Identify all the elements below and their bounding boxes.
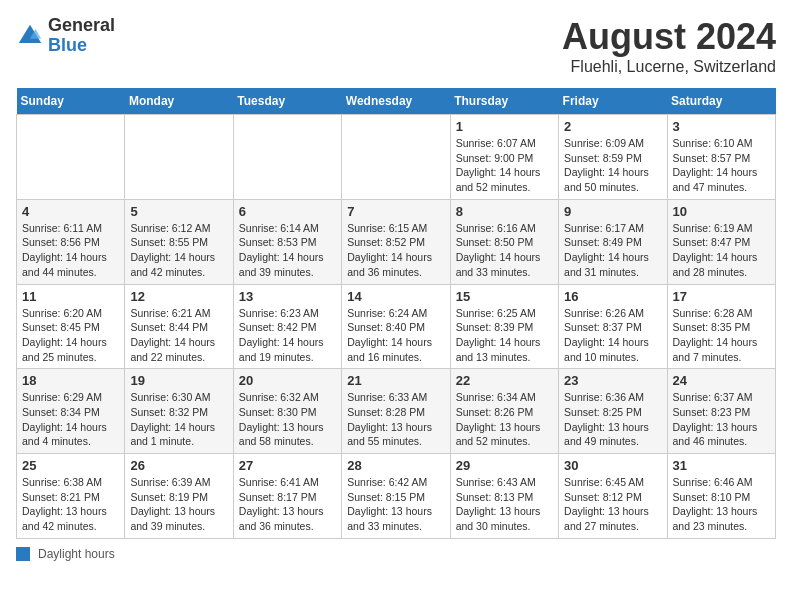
day-number: 11: [22, 289, 119, 304]
day-number: 3: [673, 119, 770, 134]
calendar-week-2: 4Sunrise: 6:11 AM Sunset: 8:56 PM Daylig…: [17, 199, 776, 284]
day-info: Sunrise: 6:39 AM Sunset: 8:19 PM Dayligh…: [130, 475, 227, 534]
day-info: Sunrise: 6:30 AM Sunset: 8:32 PM Dayligh…: [130, 390, 227, 449]
legend-label: Daylight hours: [38, 547, 115, 561]
calendar-cell: 24Sunrise: 6:37 AM Sunset: 8:23 PM Dayli…: [667, 369, 775, 454]
day-number: 28: [347, 458, 444, 473]
header-monday: Monday: [125, 88, 233, 115]
calendar-cell: 31Sunrise: 6:46 AM Sunset: 8:10 PM Dayli…: [667, 454, 775, 539]
calendar-cell: 23Sunrise: 6:36 AM Sunset: 8:25 PM Dayli…: [559, 369, 667, 454]
calendar-cell: 30Sunrise: 6:45 AM Sunset: 8:12 PM Dayli…: [559, 454, 667, 539]
day-info: Sunrise: 6:43 AM Sunset: 8:13 PM Dayligh…: [456, 475, 553, 534]
day-info: Sunrise: 6:45 AM Sunset: 8:12 PM Dayligh…: [564, 475, 661, 534]
day-info: Sunrise: 6:37 AM Sunset: 8:23 PM Dayligh…: [673, 390, 770, 449]
day-number: 14: [347, 289, 444, 304]
header-thursday: Thursday: [450, 88, 558, 115]
day-number: 24: [673, 373, 770, 388]
header-wednesday: Wednesday: [342, 88, 450, 115]
weekday-header-row: Sunday Monday Tuesday Wednesday Thursday…: [17, 88, 776, 115]
day-number: 9: [564, 204, 661, 219]
day-number: 19: [130, 373, 227, 388]
calendar-cell: 6Sunrise: 6:14 AM Sunset: 8:53 PM Daylig…: [233, 199, 341, 284]
day-number: 7: [347, 204, 444, 219]
calendar-cell: 25Sunrise: 6:38 AM Sunset: 8:21 PM Dayli…: [17, 454, 125, 539]
day-number: 23: [564, 373, 661, 388]
day-info: Sunrise: 6:42 AM Sunset: 8:15 PM Dayligh…: [347, 475, 444, 534]
day-info: Sunrise: 6:21 AM Sunset: 8:44 PM Dayligh…: [130, 306, 227, 365]
day-number: 15: [456, 289, 553, 304]
calendar-cell: 1Sunrise: 6:07 AM Sunset: 9:00 PM Daylig…: [450, 115, 558, 200]
day-number: 6: [239, 204, 336, 219]
calendar-cell: 18Sunrise: 6:29 AM Sunset: 8:34 PM Dayli…: [17, 369, 125, 454]
calendar-cell: 5Sunrise: 6:12 AM Sunset: 8:55 PM Daylig…: [125, 199, 233, 284]
day-info: Sunrise: 6:23 AM Sunset: 8:42 PM Dayligh…: [239, 306, 336, 365]
logo-text: General Blue: [48, 16, 115, 56]
day-number: 18: [22, 373, 119, 388]
day-info: Sunrise: 6:26 AM Sunset: 8:37 PM Dayligh…: [564, 306, 661, 365]
month-year-title: August 2024: [562, 16, 776, 58]
day-number: 10: [673, 204, 770, 219]
calendar-cell: 20Sunrise: 6:32 AM Sunset: 8:30 PM Dayli…: [233, 369, 341, 454]
day-info: Sunrise: 6:20 AM Sunset: 8:45 PM Dayligh…: [22, 306, 119, 365]
logo-general-text: General: [48, 16, 115, 36]
calendar-week-5: 25Sunrise: 6:38 AM Sunset: 8:21 PM Dayli…: [17, 454, 776, 539]
calendar-cell: [342, 115, 450, 200]
calendar-cell: 26Sunrise: 6:39 AM Sunset: 8:19 PM Dayli…: [125, 454, 233, 539]
header-sunday: Sunday: [17, 88, 125, 115]
calendar-week-3: 11Sunrise: 6:20 AM Sunset: 8:45 PM Dayli…: [17, 284, 776, 369]
calendar-cell: 8Sunrise: 6:16 AM Sunset: 8:50 PM Daylig…: [450, 199, 558, 284]
calendar-cell: [17, 115, 125, 200]
day-number: 21: [347, 373, 444, 388]
day-number: 20: [239, 373, 336, 388]
day-info: Sunrise: 6:29 AM Sunset: 8:34 PM Dayligh…: [22, 390, 119, 449]
day-info: Sunrise: 6:28 AM Sunset: 8:35 PM Dayligh…: [673, 306, 770, 365]
calendar-cell: [233, 115, 341, 200]
calendar-cell: 3Sunrise: 6:10 AM Sunset: 8:57 PM Daylig…: [667, 115, 775, 200]
calendar-week-4: 18Sunrise: 6:29 AM Sunset: 8:34 PM Dayli…: [17, 369, 776, 454]
day-number: 5: [130, 204, 227, 219]
calendar-cell: 14Sunrise: 6:24 AM Sunset: 8:40 PM Dayli…: [342, 284, 450, 369]
calendar-cell: 11Sunrise: 6:20 AM Sunset: 8:45 PM Dayli…: [17, 284, 125, 369]
header-friday: Friday: [559, 88, 667, 115]
day-number: 12: [130, 289, 227, 304]
day-info: Sunrise: 6:33 AM Sunset: 8:28 PM Dayligh…: [347, 390, 444, 449]
day-number: 16: [564, 289, 661, 304]
calendar-table: Sunday Monday Tuesday Wednesday Thursday…: [16, 88, 776, 539]
day-number: 4: [22, 204, 119, 219]
day-info: Sunrise: 6:14 AM Sunset: 8:53 PM Dayligh…: [239, 221, 336, 280]
legend: Daylight hours: [16, 547, 776, 561]
calendar-cell: 16Sunrise: 6:26 AM Sunset: 8:37 PM Dayli…: [559, 284, 667, 369]
day-info: Sunrise: 6:09 AM Sunset: 8:59 PM Dayligh…: [564, 136, 661, 195]
day-number: 30: [564, 458, 661, 473]
day-number: 27: [239, 458, 336, 473]
day-number: 2: [564, 119, 661, 134]
day-number: 1: [456, 119, 553, 134]
day-number: 17: [673, 289, 770, 304]
logo-icon: [16, 22, 44, 50]
day-info: Sunrise: 6:19 AM Sunset: 8:47 PM Dayligh…: [673, 221, 770, 280]
day-info: Sunrise: 6:07 AM Sunset: 9:00 PM Dayligh…: [456, 136, 553, 195]
day-info: Sunrise: 6:32 AM Sunset: 8:30 PM Dayligh…: [239, 390, 336, 449]
title-area: August 2024 Fluehli, Lucerne, Switzerlan…: [562, 16, 776, 76]
day-info: Sunrise: 6:41 AM Sunset: 8:17 PM Dayligh…: [239, 475, 336, 534]
day-info: Sunrise: 6:10 AM Sunset: 8:57 PM Dayligh…: [673, 136, 770, 195]
day-info: Sunrise: 6:38 AM Sunset: 8:21 PM Dayligh…: [22, 475, 119, 534]
calendar-body: 1Sunrise: 6:07 AM Sunset: 9:00 PM Daylig…: [17, 115, 776, 539]
calendar-header: Sunday Monday Tuesday Wednesday Thursday…: [17, 88, 776, 115]
calendar-cell: 12Sunrise: 6:21 AM Sunset: 8:44 PM Dayli…: [125, 284, 233, 369]
calendar-cell: 15Sunrise: 6:25 AM Sunset: 8:39 PM Dayli…: [450, 284, 558, 369]
day-info: Sunrise: 6:16 AM Sunset: 8:50 PM Dayligh…: [456, 221, 553, 280]
day-info: Sunrise: 6:36 AM Sunset: 8:25 PM Dayligh…: [564, 390, 661, 449]
day-info: Sunrise: 6:11 AM Sunset: 8:56 PM Dayligh…: [22, 221, 119, 280]
day-info: Sunrise: 6:25 AM Sunset: 8:39 PM Dayligh…: [456, 306, 553, 365]
day-number: 22: [456, 373, 553, 388]
location-subtitle: Fluehli, Lucerne, Switzerland: [562, 58, 776, 76]
calendar-cell: 29Sunrise: 6:43 AM Sunset: 8:13 PM Dayli…: [450, 454, 558, 539]
calendar-cell: 21Sunrise: 6:33 AM Sunset: 8:28 PM Dayli…: [342, 369, 450, 454]
day-number: 8: [456, 204, 553, 219]
day-info: Sunrise: 6:34 AM Sunset: 8:26 PM Dayligh…: [456, 390, 553, 449]
legend-color-box: [16, 547, 30, 561]
header: General Blue August 2024 Fluehli, Lucern…: [16, 16, 776, 76]
header-tuesday: Tuesday: [233, 88, 341, 115]
calendar-cell: 4Sunrise: 6:11 AM Sunset: 8:56 PM Daylig…: [17, 199, 125, 284]
